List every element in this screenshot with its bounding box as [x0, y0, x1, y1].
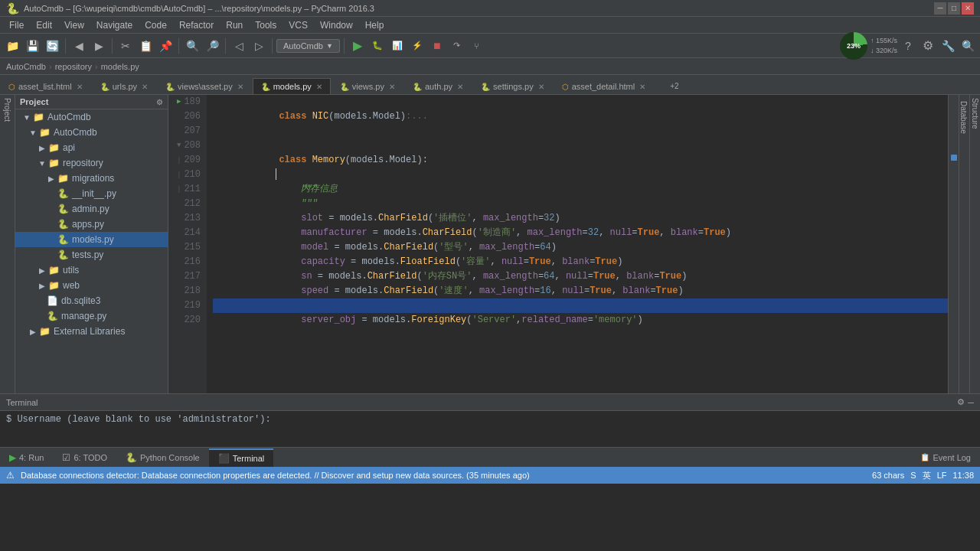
- project-panel-tab[interactable]: Project: [3, 98, 11, 122]
- code-content[interactable]: class NIC(models.Model):... class Memory…: [207, 95, 948, 393]
- tab-run[interactable]: ▶ 4: Run: [0, 449, 53, 466]
- redo-btn[interactable]: ▶: [90, 37, 108, 55]
- close-tab-settings[interactable]: ✕: [538, 83, 544, 91]
- tree-admin[interactable]: 🐍 admin.py: [15, 201, 168, 217]
- folder-icon-api: 📁: [47, 142, 60, 154]
- tree-web[interactable]: ▶ 📁 web: [15, 278, 168, 293]
- tab-asset-detail[interactable]: ⬡ asset_detail.html ✕: [554, 78, 655, 94]
- tab-python-console[interactable]: 🐍 Python Console: [116, 449, 209, 466]
- nav-fwd-btn[interactable]: ▷: [250, 37, 268, 55]
- breadcrumb-item-1[interactable]: AutoCmdb: [6, 62, 46, 71]
- terminal-minimize-btn[interactable]: ─: [968, 397, 974, 407]
- coverage-btn[interactable]: 📊: [388, 37, 407, 55]
- menu-item-code[interactable]: Code: [139, 18, 173, 32]
- tree-arrow-ext: ▶: [28, 328, 38, 336]
- tab-terminal[interactable]: ⬛ Terminal: [209, 448, 274, 467]
- tree-init[interactable]: 🐍 __init__.py: [15, 186, 168, 201]
- menu-item-file[interactable]: File: [3, 18, 30, 32]
- terminal-settings-btn[interactable]: ⚙: [957, 397, 965, 407]
- cut-btn[interactable]: ✂: [116, 37, 135, 55]
- tree-autocmdb-root[interactable]: ▼ 📁 AutoCmdb: [15, 109, 168, 125]
- tree-api[interactable]: ▶ 📁 api: [15, 140, 168, 155]
- network-info: ↑ 155K/s ↓ 320K/s: [871, 36, 897, 55]
- global-search-btn[interactable]: 🔍: [959, 37, 977, 55]
- help-btn[interactable]: ?: [899, 37, 917, 55]
- paste-btn[interactable]: 📌: [156, 37, 175, 55]
- close-tab-views[interactable]: ✕: [389, 83, 395, 91]
- menu-item-window[interactable]: Window: [314, 18, 359, 32]
- close-tab-auth[interactable]: ✕: [457, 83, 463, 91]
- code-line-219: server_obj = models.ForeignKey('Server',…: [213, 298, 948, 313]
- tree-utils[interactable]: ▶ 📁 utils: [15, 262, 168, 278]
- close-tab-asset-detail[interactable]: ✕: [639, 83, 645, 91]
- tree-label-manage: manage.py: [61, 311, 106, 321]
- structure-tab[interactable]: Structure: [971, 98, 979, 129]
- settings-icon-btn[interactable]: ⚙: [919, 37, 937, 55]
- step-over-btn[interactable]: ↷: [448, 37, 466, 55]
- tab-views[interactable]: 🐍 views.py ✕: [332, 78, 403, 94]
- tab-views-asset[interactable]: 🐍 views\asset.py ✕: [157, 78, 252, 94]
- search-btn[interactable]: 🔍: [183, 37, 201, 55]
- code-line-189: class NIC(models.Model):...: [213, 95, 948, 109]
- sep5: [272, 38, 273, 54]
- sync-btn[interactable]: 🔄: [43, 37, 61, 55]
- tab-todo[interactable]: ☑ 6: TODO: [53, 449, 116, 466]
- tree-tests[interactable]: 🐍 tests.py: [15, 247, 168, 262]
- save-btn[interactable]: 💾: [23, 37, 41, 55]
- close-tab-urls[interactable]: ✕: [142, 83, 148, 91]
- tab-event-log[interactable]: 📋 Event Log: [911, 450, 980, 465]
- tree-migrations[interactable]: ▶ 📁 migrations: [15, 171, 168, 186]
- tree-models[interactable]: 🐍 models.py: [15, 232, 168, 247]
- tree-apps[interactable]: 🐍 apps.py: [15, 217, 168, 232]
- close-tab-models[interactable]: ✕: [316, 83, 322, 91]
- replace-btn[interactable]: 🔎: [203, 37, 221, 55]
- tab-asset-list[interactable]: ⬡ asset_list.html ✕: [0, 78, 91, 94]
- menu-item-help[interactable]: Help: [359, 18, 390, 32]
- db-tab-label[interactable]: Database: [959, 95, 968, 134]
- menu-item-edit[interactable]: Edit: [30, 18, 58, 32]
- tree-settings-btn[interactable]: ⚙: [156, 98, 163, 106]
- copy-btn[interactable]: 📋: [136, 37, 155, 55]
- menu-item-view[interactable]: View: [58, 18, 90, 32]
- menu-item-navigate[interactable]: Navigate: [90, 18, 139, 32]
- tree-db[interactable]: 📄 db.sqlite3: [15, 293, 168, 308]
- tree-arrow-utils: ▶: [37, 266, 47, 275]
- close-button[interactable]: ✕: [962, 2, 974, 15]
- tab-models[interactable]: 🐍 models.py ✕: [253, 78, 331, 94]
- fold-marker-208[interactable]: ▼: [177, 139, 181, 153]
- run-btn[interactable]: ▶: [348, 37, 367, 55]
- stop-btn[interactable]: ■: [428, 37, 446, 55]
- tab-auth[interactable]: 🐍 auth.py ✕: [404, 78, 472, 94]
- menu-item-run[interactable]: Run: [220, 18, 249, 32]
- db-panel: Database: [959, 95, 969, 393]
- tree-ext-libs[interactable]: ▶ 📁 External Libraries: [15, 324, 168, 339]
- breadcrumb-item-3[interactable]: models.py: [101, 62, 139, 71]
- profile-btn[interactable]: ⚡: [408, 37, 426, 55]
- maximize-button[interactable]: □: [948, 2, 960, 15]
- tab-settings[interactable]: 🐍 settings.py ✕: [472, 78, 553, 94]
- vcs-btn[interactable]: ⑂: [468, 37, 486, 55]
- minimize-button[interactable]: ─: [934, 2, 946, 15]
- tree-manage[interactable]: 🐍 manage.py: [15, 308, 168, 324]
- plugin-btn[interactable]: 🔧: [939, 37, 957, 55]
- right-gutter: [948, 95, 959, 393]
- sep4: [225, 38, 226, 54]
- debug-btn[interactable]: 🐛: [368, 37, 387, 55]
- close-tab-asset-list[interactable]: ✕: [77, 83, 83, 91]
- project-view-btn[interactable]: 📁: [3, 37, 21, 55]
- tree-arrow: ▼: [21, 113, 32, 122]
- menu-item-vcs[interactable]: VCS: [283, 18, 314, 32]
- undo-btn[interactable]: ◀: [70, 37, 88, 55]
- breadcrumb-item-2[interactable]: repository: [55, 62, 92, 71]
- menu-item-tools[interactable]: Tools: [249, 18, 283, 32]
- tree-autocmdb-sub[interactable]: ▼ 📁 AutoCmdb: [15, 125, 168, 140]
- tab-urls[interactable]: 🐍 urls.py ✕: [92, 78, 156, 94]
- fold-marker-189[interactable]: ▶: [177, 95, 181, 109]
- tree-arrow-migrations: ▶: [46, 174, 57, 183]
- nav-back-btn[interactable]: ◁: [230, 37, 248, 55]
- tree-repository[interactable]: ▼ 📁 repository: [15, 155, 168, 171]
- tab-more[interactable]: +2: [655, 77, 691, 94]
- project-dropdown[interactable]: AutoCmdb ▼: [276, 39, 340, 53]
- menu-item-refactor[interactable]: Refactor: [173, 18, 220, 32]
- close-tab-views-asset[interactable]: ✕: [237, 83, 243, 91]
